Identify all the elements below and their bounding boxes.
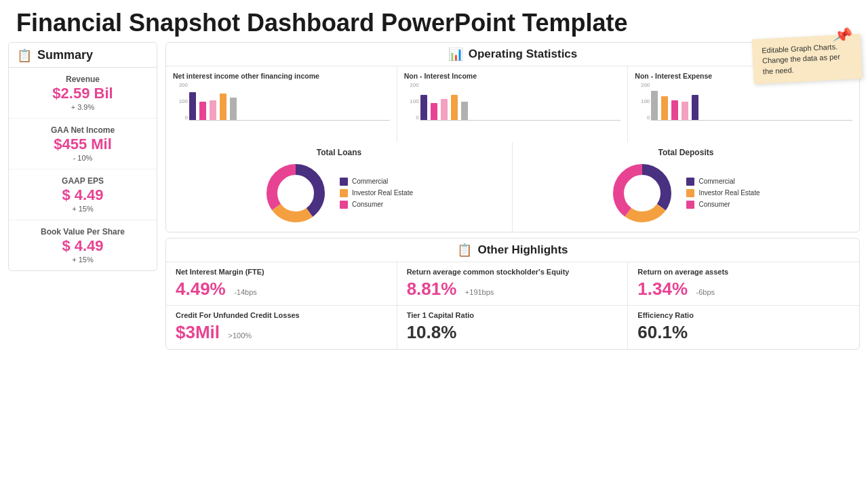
svg-point-3 — [281, 178, 311, 208]
metric-value: $455 Mil — [17, 136, 149, 152]
highlight-credit: Credit For Unfunded Credit Losses $3Mil … — [166, 306, 397, 349]
highlight-roe-label: Return average common stockholder's Equi… — [407, 268, 618, 276]
right-panel: 📊 Operating Statistics Net interest inco… — [165, 42, 860, 470]
summary-title: Summary — [37, 48, 93, 62]
metric-label: GAAP EPS — [17, 176, 149, 186]
highlight-nim: Net Interest Margin (FTE) 4.49% -14bps — [166, 262, 397, 306]
summary-icon: 📋 — [17, 48, 32, 63]
summary-card: 📋 Summary Revenue $2.59 Bil + 3.9% GAA N… — [8, 42, 157, 272]
axis-3: 200 100 0 — [635, 83, 650, 121]
bar-chart-2: 200 100 0 — [404, 83, 621, 137]
legend-investor-loans: Investor Real Estate — [340, 189, 413, 197]
metric-change: + 15% — [17, 205, 149, 213]
metric-revenue: Revenue $2.59 Bil + 3.9% — [9, 68, 157, 119]
highlights-title: Other Highlights — [477, 243, 568, 257]
highlight-roa: Return on average assets 1.34% -6bps — [628, 262, 859, 306]
axis-2: 200 100 0 — [404, 83, 419, 121]
metric-label: Revenue — [17, 75, 149, 84]
donut-loans-legend: Commercial Investor Real Estate Consumer — [340, 178, 413, 209]
donut-deposits-content: Commercial Investor Real Estate Consumer — [519, 160, 852, 226]
bar-chart-3: 200 100 0 — [635, 83, 852, 137]
highlight-roa-value: 1.34% — [637, 279, 688, 299]
highlight-nim-change: -14bps — [234, 288, 257, 296]
bar-chart-1: 200 100 0 — [173, 83, 390, 137]
metric-change: + 15% — [17, 256, 149, 264]
metric-label: GAA Net Income — [17, 125, 149, 135]
highlight-tier1: Tier 1 Capital Ratio 10.8% — [397, 306, 629, 349]
metric-label: Book Value Per Share — [17, 227, 149, 237]
chart-title-1: Net interest income other financing inco… — [173, 72, 390, 80]
highlights-grid: Net Interest Margin (FTE) 4.49% -14bps R… — [166, 262, 859, 349]
axis-1: 200 100 0 — [173, 83, 188, 121]
highlight-roa-change: -6bps — [696, 288, 715, 296]
highlight-nim-value: 4.49% — [176, 279, 226, 299]
metric-change: + 3.9% — [17, 103, 149, 111]
donut-loans-content: Commercial Investor Real Estate Consumer — [173, 160, 505, 226]
highlight-tier1-label: Tier 1 Capital Ratio — [407, 311, 618, 319]
donut-deposits-legend: Commercial Investor Real Estate Consumer — [686, 178, 760, 209]
highlight-roe: Return average common stockholder's Equi… — [397, 262, 629, 306]
metric-book-value: Book Value Per Share $ 4.49 + 15% — [9, 220, 157, 270]
highlight-efficiency-label: Efficiency Ratio — [637, 311, 850, 319]
highlight-nim-label: Net Interest Margin (FTE) — [176, 268, 387, 276]
operating-stats-icon: 📊 — [448, 47, 463, 62]
bars-1 — [189, 83, 390, 121]
highlight-credit-change: >100% — [228, 331, 252, 340]
highlight-tier1-value: 10.8% — [407, 322, 457, 342]
legend-investor-deposits: Investor Real Estate — [686, 189, 760, 197]
legend-consumer-deposits: Consumer — [686, 201, 760, 209]
metric-value: $2.59 Bil — [17, 85, 149, 102]
metric-change: - 10% — [17, 154, 149, 162]
highlights-icon: 📋 — [457, 243, 472, 258]
donut-deposits-title: Total Deposits — [519, 148, 852, 157]
metric-value: $ 4.49 — [17, 187, 149, 203]
chart-net-interest: Net interest income other financing inco… — [166, 66, 397, 142]
legend-commercial-deposits: Commercial — [686, 178, 760, 186]
legend-commercial-loans: Commercial — [340, 178, 413, 186]
donut-deposits: Total Deposits Commercial — [513, 142, 859, 232]
donut-row: Total Loans — [166, 142, 859, 232]
highlight-efficiency-value: 60.1% — [637, 322, 688, 342]
highlight-efficiency: Efficiency Ratio 60.1% — [628, 306, 859, 349]
highlight-roa-label: Return on average assets — [637, 268, 850, 276]
page-title: Financial Snapshot Dashboard PowerPoint … — [0, 0, 868, 42]
metric-net-income: GAA Net Income $455 Mil - 10% — [9, 119, 157, 169]
bars-2 — [420, 83, 621, 121]
metric-value: $ 4.49 — [17, 238, 149, 254]
highlight-credit-label: Credit For Unfunded Credit Losses — [176, 311, 387, 319]
donut-loans-title: Total Loans — [173, 148, 505, 157]
highlight-roe-value: 8.81% — [407, 279, 457, 299]
svg-point-7 — [627, 178, 657, 208]
highlights-card: 📋 Other Highlights Net Interest Margin (… — [165, 238, 860, 350]
pin-icon: 📌 — [831, 24, 854, 48]
operating-stats-title: Operating Statistics — [469, 47, 578, 61]
chart-title-2: Non - Interest Income — [404, 72, 621, 80]
bars-3 — [651, 83, 852, 121]
chart-non-interest-income: Non - Interest Income 200 100 0 — [397, 66, 629, 142]
donut-loans: Total Loans — [166, 142, 513, 232]
left-panel: 📋 Summary Revenue $2.59 Bil + 3.9% GAA N… — [8, 42, 157, 470]
highlights-header: 📋 Other Highlights — [166, 239, 859, 262]
sticky-note: 📌 Editable Graph Charts. Change the data… — [751, 34, 862, 84]
metric-eps: GAAP EPS $ 4.49 + 15% — [9, 169, 157, 220]
highlight-roe-change: +191bps — [465, 288, 494, 296]
donut-loans-svg — [265, 163, 326, 224]
highlight-credit-value: $3Mil — [176, 322, 220, 342]
summary-header: 📋 Summary — [9, 43, 157, 68]
donut-deposits-svg — [612, 163, 673, 224]
legend-consumer-loans: Consumer — [340, 201, 413, 209]
